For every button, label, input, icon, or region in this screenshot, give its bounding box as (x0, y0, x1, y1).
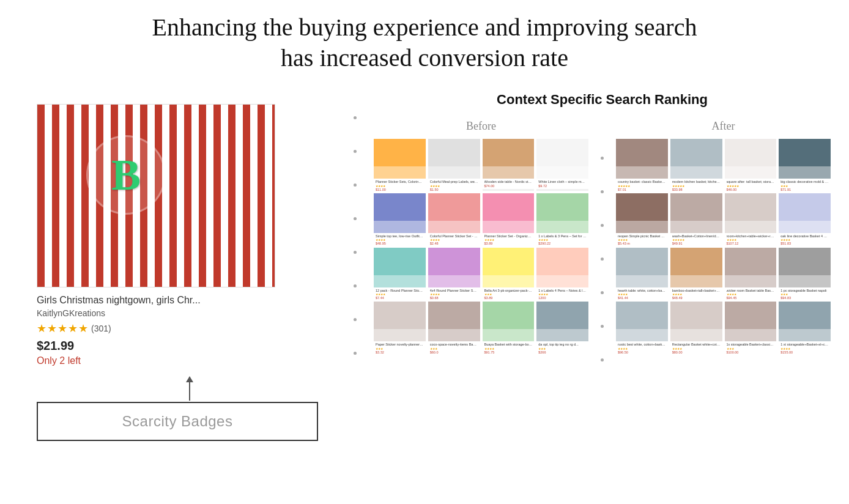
main-content: B Girls Christmas nightgown, girls Chr..… (18, 92, 831, 504)
monogram-letter: B (111, 150, 141, 201)
list-item[interactable]: wash+Basket+Cotton+linen/down+cotton... … (670, 193, 722, 245)
search-ranking-title: Context Specific Search Ranking (374, 92, 831, 108)
mid-dot-5 (601, 291, 604, 294)
product-price: $21.99 (37, 339, 281, 353)
left-panel: B Girls Christmas nightgown, girls Chr..… (18, 92, 349, 441)
divider-dot-5 (354, 251, 357, 254)
after-label: After (616, 120, 831, 133)
annotation-area: Scarcity Badges (37, 376, 281, 441)
list-item[interactable]: White Linen cloth – simple modern $9.72 (536, 139, 588, 191)
list-item[interactable]: rustic best white, cotton+basket... ★★★★… (616, 302, 668, 354)
list-item[interactable]: Wooden side table - Nordic style $74.00 (483, 139, 535, 191)
before-label: Before (374, 120, 588, 133)
arrow-head-icon (186, 376, 193, 382)
mid-dot-7 (601, 358, 604, 361)
list-item[interactable]: 1 x Labels 4 Pens – Notes & label... ★★★… (536, 248, 588, 300)
after-section: After country basket: classic Basket c..… (616, 120, 831, 354)
list-item[interactable]: modern kitchen basket; kitchenware ★★★★★… (670, 139, 722, 191)
product-monogram: B (86, 135, 166, 215)
list-item[interactable]: hearth table: white, cotton+basket... ★★… (616, 248, 668, 300)
after-grid: country basket: classic Basket c... ★★★★… (616, 139, 831, 354)
mid-dot-4 (601, 258, 604, 261)
list-item[interactable]: Planner Sticker Sets, Coloring Stickers … (374, 139, 426, 191)
list-item[interactable]: Buaya Basket with storage-box-lrg ★★★★ $… (483, 302, 535, 354)
mid-dot-1 (601, 157, 604, 160)
list-item[interactable]: 1x storageable Basket+classic+wicker ★★★… (725, 302, 777, 354)
list-item[interactable]: coco-space-novelty-items Basket lrge ★★★… (428, 302, 480, 354)
list-item[interactable]: bamboo+basket+tall+basket+h large... ★★★… (670, 248, 722, 300)
list-item[interactable]: 4x4 Round Planner Sticker Set 80 sh... ★… (428, 248, 480, 300)
list-item[interactable]: Paper Sticker novelty-planner high... ★★… (374, 302, 426, 354)
star-icons: ★★★★★ (37, 322, 89, 335)
list-item[interactable]: reopen Simple picnic Basket Kitchen ★★★★… (616, 193, 668, 245)
before-grid: Planner Sticker Sets, Coloring Stickers … (374, 139, 588, 354)
list-item[interactable]: Bella Art 3-pk-organizer-pack-3 sets ★★★… (483, 248, 535, 300)
list-item[interactable]: 1 x Labels & 3 Pens – Set for Notes ★★★★… (536, 193, 588, 245)
list-item[interactable]: 1 pc storageable Basket napoli ★★★ $94.8… (779, 248, 831, 300)
list-item[interactable]: room+kitchen+table+wicker+rustic... ★★★★… (725, 193, 777, 245)
mid-dot-3 (601, 224, 604, 227)
left-divider (349, 92, 361, 459)
list-item[interactable]: Simple top tee, low-rise Outfit & ... ★★… (374, 193, 426, 245)
list-item[interactable]: Rectangular Basket white+cotton+linen ★★… (670, 302, 722, 354)
divider-dot-7 (354, 318, 357, 321)
stars-row: ★★★★★ (301) (37, 322, 281, 335)
arrow-line (189, 382, 190, 401)
list-item[interactable]: 1 xt storageable+Basket+xl+classic ★★★★ … (779, 302, 831, 354)
mid-divider-dots (601, 144, 604, 481)
divider-dot-6 (354, 284, 357, 287)
right-panel: Context Specific Search Ranking Before P… (361, 92, 831, 504)
review-count: (301) (91, 324, 111, 333)
page-container: Enhancing the buying experience and impr… (0, 0, 849, 504)
product-image: B (37, 104, 275, 287)
divider-dot-2 (354, 150, 357, 153)
list-item[interactable]: Planner Sticker Set - Organize daily... … (483, 193, 535, 245)
header: Enhancing the buying experience and impr… (18, 12, 831, 73)
scarcity-badge-box: Scarcity Badges (37, 402, 318, 441)
list-item[interactable]: country basket: classic Basket c... ★★★★… (616, 139, 668, 191)
product-card: B Girls Christmas nightgown, girls Chr..… (37, 104, 281, 376)
arrow-up (98, 376, 281, 401)
left-divider-dots (354, 104, 357, 440)
list-item[interactable]: oak line decorative Basket 4 Set... ★★★★… (779, 193, 831, 245)
product-title: Girls Christmas nightgown, girls Chr... (37, 295, 281, 306)
page-title: Enhancing the buying experience and impr… (149, 12, 700, 73)
scarcity-badge-label: Scarcity Badges (122, 413, 233, 429)
product-shop: KaitlynGKreations (37, 308, 281, 318)
list-item[interactable]: wicker room Basket table Basket h... ★★★… (725, 248, 777, 300)
divider-dot-4 (354, 217, 357, 220)
product-image-bg: B (37, 105, 275, 287)
list-item[interactable]: da opl, top tip teg no rg d... ★★★ $266 (536, 302, 588, 354)
mid-dot-6 (601, 325, 604, 328)
list-item[interactable]: 12 pack - Round Planner Stickers S... ★★… (374, 248, 426, 300)
mid-divider (598, 120, 607, 504)
divider-dot-8 (354, 352, 357, 355)
divider-dot-1 (354, 116, 357, 119)
list-item[interactable]: big classic decorative mold & Bask... ★★… (779, 139, 831, 191)
before-section: Before Planner Sticker Sets, Coloring St… (374, 120, 588, 354)
divider-dot-3 (354, 183, 357, 187)
before-after-container: Before Planner Sticker Sets, Coloring St… (374, 120, 831, 504)
product-info: Girls Christmas nightgown, girls Chr... … (37, 287, 281, 366)
scarcity-text: Only 2 left (37, 355, 281, 366)
list-item[interactable]: square after: tall basket; storage b... … (725, 139, 777, 191)
list-item[interactable]: Colorful Meal-prep Labels, weekly Meal..… (428, 139, 480, 191)
list-item[interactable]: Colorful Planner Sticker Set - 5 sheets … (428, 193, 480, 245)
mid-dot-2 (601, 190, 604, 193)
